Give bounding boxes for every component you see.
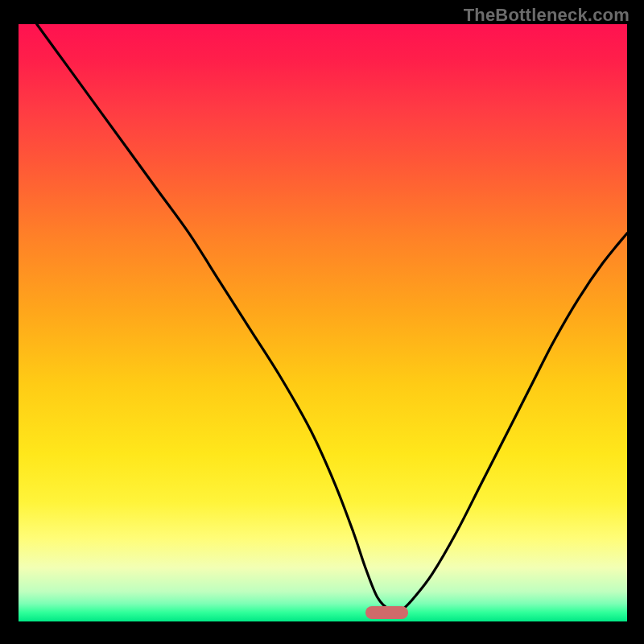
bottleneck-curve xyxy=(19,24,627,621)
watermark-text: TheBottleneck.com xyxy=(464,5,630,26)
plot-area xyxy=(19,24,627,621)
optimal-point-marker xyxy=(365,606,408,619)
chart-frame: TheBottleneck.com xyxy=(0,0,644,644)
